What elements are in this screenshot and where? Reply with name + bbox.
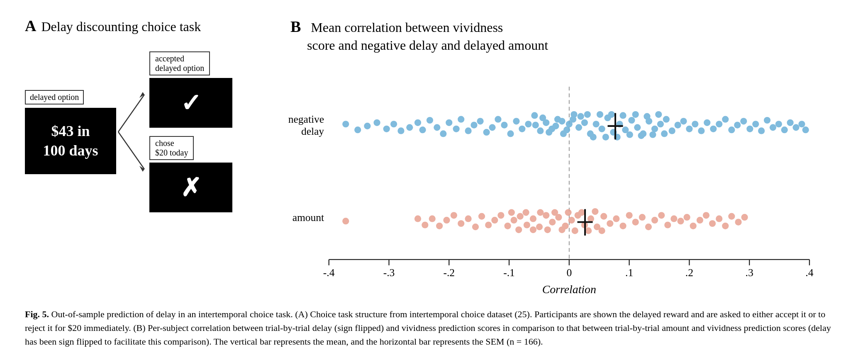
svg-point-154 bbox=[588, 215, 594, 222]
svg-point-117 bbox=[619, 112, 626, 119]
svg-text:-.4: -.4 bbox=[323, 267, 335, 279]
panel-b-letter: B bbox=[290, 18, 301, 35]
svg-point-92 bbox=[710, 126, 717, 132]
svg-point-170 bbox=[690, 223, 697, 229]
svg-point-139 bbox=[491, 217, 498, 224]
svg-point-166 bbox=[664, 221, 671, 228]
figure-container: A Delay discounting choice task delayed … bbox=[25, 17, 843, 348]
svg-point-110 bbox=[577, 113, 584, 120]
svg-point-160 bbox=[626, 212, 632, 219]
arrow-container bbox=[116, 74, 149, 190]
svg-point-175 bbox=[722, 223, 729, 229]
svg-point-184 bbox=[544, 226, 551, 233]
svg-text:.1: .1 bbox=[625, 267, 633, 279]
svg-point-143 bbox=[517, 213, 524, 220]
svg-point-171 bbox=[697, 217, 703, 224]
svg-point-124 bbox=[661, 130, 668, 137]
accepted-option-label: accepteddelayed option bbox=[149, 51, 210, 75]
svg-point-191 bbox=[592, 208, 598, 215]
svg-point-151 bbox=[568, 217, 575, 224]
svg-point-168 bbox=[677, 218, 684, 224]
svg-point-132 bbox=[443, 217, 450, 224]
svg-point-42 bbox=[453, 126, 459, 132]
svg-point-73 bbox=[598, 126, 605, 132]
svg-point-183 bbox=[537, 209, 544, 216]
svg-point-47 bbox=[483, 129, 490, 136]
svg-point-120 bbox=[638, 132, 644, 139]
svg-point-33 bbox=[390, 121, 397, 127]
svg-point-30 bbox=[364, 123, 371, 129]
svg-point-105 bbox=[787, 119, 793, 126]
svg-point-129 bbox=[422, 221, 428, 228]
svg-point-141 bbox=[504, 223, 511, 229]
svg-point-43 bbox=[458, 116, 464, 123]
svg-point-145 bbox=[530, 215, 536, 222]
svg-point-41 bbox=[446, 119, 452, 126]
svg-point-54 bbox=[525, 121, 532, 127]
svg-point-88 bbox=[686, 126, 692, 132]
svg-point-70 bbox=[581, 119, 588, 126]
svg-point-48 bbox=[489, 124, 495, 131]
svg-point-189 bbox=[578, 209, 585, 216]
accepted-option-block: accepteddelayed option ✓ bbox=[149, 51, 232, 128]
svg-point-159 bbox=[619, 223, 626, 229]
svg-point-130 bbox=[429, 215, 436, 222]
svg-text:.4: .4 bbox=[805, 267, 813, 279]
svg-point-157 bbox=[607, 220, 613, 227]
svg-text:0: 0 bbox=[566, 267, 572, 279]
main-box-text: $43 in 100 days bbox=[43, 122, 98, 160]
svg-point-83 bbox=[657, 121, 664, 127]
svg-point-138 bbox=[485, 221, 492, 228]
svg-point-133 bbox=[451, 212, 457, 219]
svg-point-94 bbox=[722, 116, 729, 123]
svg-text:negative: negative bbox=[288, 113, 324, 125]
svg-point-72 bbox=[593, 121, 600, 127]
svg-point-53 bbox=[519, 126, 525, 132]
svg-point-102 bbox=[770, 124, 776, 131]
svg-point-31 bbox=[373, 119, 380, 126]
svg-point-172 bbox=[703, 212, 710, 219]
rejected-option-block: chose$20 today ✗ bbox=[149, 136, 232, 212]
caption-text: Out-of-sample prediction of delay in an … bbox=[25, 309, 831, 347]
svg-point-52 bbox=[513, 118, 519, 124]
svg-point-36 bbox=[414, 119, 421, 126]
svg-point-79 bbox=[634, 124, 641, 131]
crossmark-icon: ✗ bbox=[180, 173, 201, 202]
svg-point-65 bbox=[552, 123, 559, 129]
delayed-option-label: delayed option bbox=[25, 90, 84, 105]
svg-point-63 bbox=[539, 114, 546, 121]
svg-text:-.1: -.1 bbox=[503, 267, 515, 279]
svg-point-45 bbox=[471, 122, 477, 128]
svg-point-162 bbox=[639, 214, 646, 221]
svg-point-122 bbox=[649, 131, 656, 138]
arrows-svg bbox=[116, 74, 149, 190]
svg-point-34 bbox=[397, 127, 404, 134]
svg-point-84 bbox=[663, 116, 670, 123]
svg-point-164 bbox=[651, 217, 658, 224]
svg-point-111 bbox=[584, 111, 591, 118]
panel-a: A Delay discounting choice task delayed … bbox=[25, 17, 266, 212]
svg-point-108 bbox=[802, 126, 809, 133]
svg-point-135 bbox=[465, 215, 471, 222]
svg-point-51 bbox=[507, 130, 514, 137]
svg-point-128 bbox=[414, 215, 421, 222]
panel-b-title: B Mean correlation between vividness sco… bbox=[290, 17, 548, 54]
svg-point-119 bbox=[632, 111, 639, 118]
svg-point-97 bbox=[740, 118, 747, 124]
svg-point-114 bbox=[602, 134, 609, 140]
pink-dots bbox=[342, 208, 748, 234]
svg-point-101 bbox=[764, 117, 770, 124]
svg-point-44 bbox=[465, 127, 471, 134]
svg-point-56 bbox=[537, 127, 544, 134]
svg-marker-1 bbox=[139, 92, 144, 98]
right-options: accepteddelayed option ✓ chose$20 today … bbox=[149, 51, 232, 212]
svg-point-156 bbox=[600, 213, 607, 220]
svg-point-178 bbox=[741, 214, 748, 221]
svg-point-115 bbox=[608, 111, 615, 118]
svg-point-50 bbox=[501, 122, 507, 128]
svg-point-69 bbox=[575, 124, 582, 131]
svg-point-118 bbox=[627, 131, 633, 138]
svg-point-146 bbox=[536, 224, 543, 230]
svg-point-37 bbox=[419, 126, 426, 133]
svg-point-158 bbox=[613, 215, 619, 222]
